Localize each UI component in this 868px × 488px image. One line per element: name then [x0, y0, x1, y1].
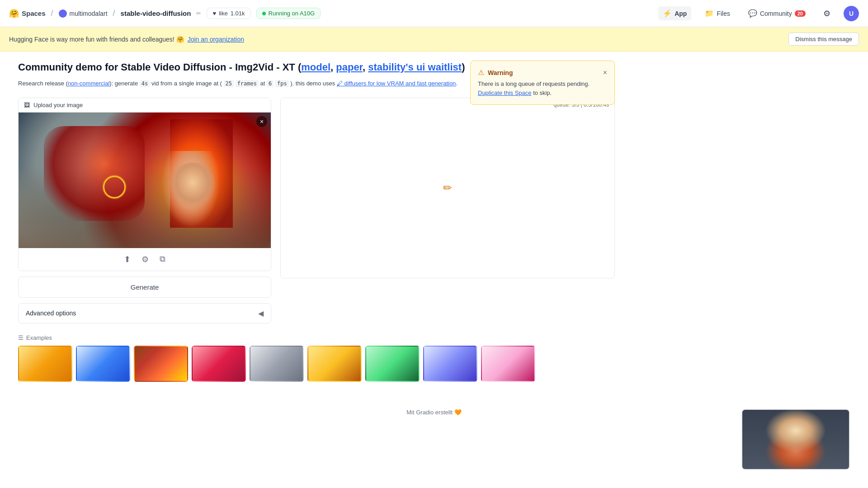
example-item-2[interactable] — [76, 346, 130, 382]
upload-label: Upload your image — [33, 102, 83, 108]
example-item-4[interactable] — [192, 346, 246, 382]
share-button[interactable]: ⬆ — [122, 253, 132, 266]
org-name: multimodalart — [70, 10, 108, 17]
diffusers-link[interactable]: 🖊 diffusers for low VRAM and fast genera… — [337, 80, 456, 87]
output-pencil-icon: ✏ — [443, 182, 452, 194]
example-item-1[interactable] — [18, 346, 72, 382]
advanced-options-label: Advanced options — [26, 310, 76, 317]
two-col-layout: 🖼 Upload your image — [18, 98, 615, 324]
example-item-3[interactable] — [134, 346, 188, 382]
video-display — [742, 410, 849, 469]
tab-files[interactable]: 📁 Files — [700, 6, 735, 20]
warning-header: ⚠ Warning × — [478, 68, 607, 77]
user-avatar[interactable]: U — [844, 6, 859, 21]
running-badge: Running on A10G — [256, 8, 321, 19]
examples-list-icon: ☰ — [18, 334, 24, 341]
community-icon: 💬 — [748, 9, 757, 18]
footer-emoji: 🧡 — [454, 409, 462, 416]
footer: Mit Gradio erstellt 🧡 — [0, 400, 868, 425]
navbar: 🤗 Spaces / multimodalart / stable-video-… — [0, 0, 868, 27]
nav-separator2: / — [113, 9, 115, 18]
tab-community[interactable]: 💬 Community 20 — [744, 6, 810, 20]
example-item-7[interactable] — [365, 346, 420, 382]
warning-icon: ⚠ — [478, 68, 484, 77]
warning-text: There is a long queue of requests pendin… — [478, 80, 607, 97]
upload-icon: 🖼 — [24, 102, 30, 108]
image-upload-box: 🖼 Upload your image — [18, 98, 271, 271]
example-item-6[interactable] — [307, 346, 362, 382]
examples-grid — [18, 346, 615, 382]
generate-button[interactable]: Generate — [18, 277, 271, 298]
warning-close-button[interactable]: × — [603, 69, 607, 77]
nav-separator: / — [51, 9, 53, 18]
main-content: ⚠ Warning × There is a long queue of req… — [0, 52, 633, 391]
chevron-left-icon: ◀ — [258, 309, 264, 318]
files-icon: 📁 — [705, 9, 714, 18]
uploaded-image — [19, 113, 271, 248]
waitlist-link[interactable]: stability's ui waitlist — [368, 61, 462, 73]
running-dot-icon — [262, 12, 266, 15]
settings-button[interactable]: ⚙ — [819, 6, 835, 21]
non-commercial-link[interactable]: non-commercial — [68, 80, 109, 87]
example-item-5[interactable] — [250, 346, 304, 382]
heart-icon: ♥ — [212, 10, 216, 17]
left-column: 🖼 Upload your image — [18, 98, 271, 324]
community-count-badge: 20 — [795, 10, 806, 17]
spaces-logo[interactable]: 🤗 Spaces — [9, 9, 46, 19]
example-item-8[interactable] — [423, 346, 477, 382]
like-button[interactable]: ♥ like 1.01k — [207, 8, 250, 19]
duplicate-space-link[interactable]: Duplicate this Space — [478, 89, 532, 96]
image-action-bar: ⬆ ⚙ ⧉ — [19, 248, 271, 271]
model-link[interactable]: model — [301, 61, 330, 73]
settings-icon: ⚙ — [823, 9, 830, 19]
app-tab-label: App — [675, 10, 687, 17]
footer-text: Mit Gradio erstellt — [406, 409, 453, 416]
nav-org[interactable]: multimodalart — [59, 9, 108, 18]
cursor-indicator — [103, 176, 126, 198]
warning-box: ⚠ Warning × There is a long queue of req… — [470, 61, 615, 105]
community-tab-label: Community — [760, 10, 792, 17]
spaces-label: Spaces — [22, 9, 46, 17]
image-close-button[interactable]: × — [256, 116, 267, 127]
running-label: Running on A10G — [269, 10, 315, 17]
join-org-link[interactable]: Join an organization — [188, 36, 244, 43]
upload-header[interactable]: 🖼 Upload your image — [19, 98, 271, 113]
warning-title: Warning — [488, 69, 513, 76]
paper-link[interactable]: paper — [336, 61, 363, 73]
advanced-options-toggle[interactable]: Advanced options ◀ — [18, 303, 271, 324]
settings-image-button[interactable]: ⚙ — [140, 253, 151, 266]
like-label: like — [219, 10, 228, 17]
edit-icon[interactable]: ✏ — [196, 10, 201, 17]
org-avatar — [59, 9, 67, 18]
video-person — [742, 410, 849, 469]
banner-message: Hugging Face is way more fun with friend… — [9, 36, 184, 43]
app-icon: ⚡ — [663, 9, 672, 18]
dismiss-button[interactable]: Dismiss this message — [788, 33, 859, 46]
video-overlay — [741, 409, 850, 470]
info-banner: Hugging Face is way more fun with friend… — [0, 27, 868, 52]
examples-label: ☰ Examples — [18, 334, 615, 341]
output-area: ✏ queue: 3/3 | 6.5/100.4s — [280, 98, 615, 278]
example-item-9[interactable] — [481, 346, 535, 382]
banner-text: Hugging Face is way more fun with friend… — [9, 36, 244, 43]
files-tab-label: Files — [717, 10, 730, 17]
tab-app[interactable]: ⚡ App — [658, 6, 691, 20]
examples-section: ☰ Examples — [18, 334, 615, 382]
navbar-left: 🤗 Spaces / multimodalart / stable-video-… — [9, 8, 651, 19]
spaces-emoji-icon: 🤗 — [9, 9, 19, 19]
repo-name[interactable]: stable-video-diffusion — [121, 9, 191, 17]
navbar-right: ⚡ App 📁 Files 💬 Community 20 ⚙ U — [658, 6, 859, 21]
copy-image-button[interactable]: ⧉ — [158, 253, 167, 266]
right-column: ✏ queue: 3/3 | 6.5/100.4s — [280, 98, 615, 324]
image-display-area: × — [19, 113, 271, 248]
like-count: 1.01k — [231, 10, 245, 17]
